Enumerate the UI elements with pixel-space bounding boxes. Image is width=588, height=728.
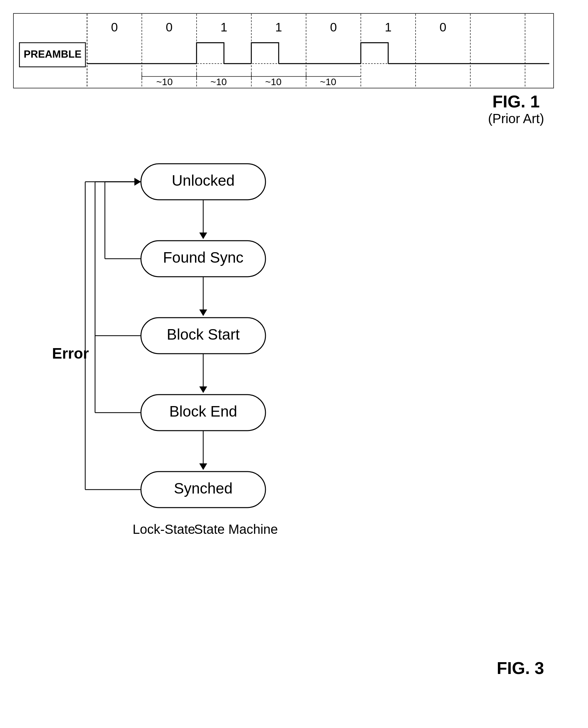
svg-text:0: 0 — [166, 20, 173, 34]
svg-text:0: 0 — [440, 20, 446, 34]
fig1-subtitle: (Prior Art) — [488, 111, 544, 126]
svg-text:Lock-State: Lock-State — [132, 522, 195, 536]
svg-text:Block End: Block End — [169, 403, 237, 420]
svg-text:~10: ~10 — [320, 76, 336, 87]
fig3-container: Unlocked Found Sync Block Start Block En… — [13, 157, 570, 714]
state-machine-diagram: Unlocked Found Sync Block Start Block En… — [13, 157, 554, 675]
fig3-title: FIG. 3 — [497, 658, 544, 678]
fig1-title: FIG. 1 — [488, 92, 544, 111]
svg-text:PREAMBLE: PREAMBLE — [24, 48, 81, 60]
svg-text:1: 1 — [385, 20, 392, 34]
svg-text:Error: Error — [52, 345, 89, 362]
svg-text:~10: ~10 — [156, 76, 173, 87]
svg-text:~10: ~10 — [210, 76, 227, 87]
svg-text:~10: ~10 — [265, 76, 281, 87]
svg-marker-46 — [199, 463, 207, 470]
svg-text:Synched: Synched — [174, 480, 232, 497]
svg-text:Block Start: Block Start — [167, 326, 240, 343]
timing-diagram: PREAMBLE 0 0 1 1 0 1 0 — [13, 13, 554, 88]
svg-text:Unlocked: Unlocked — [172, 172, 235, 189]
fig3-label: FIG. 3 — [497, 658, 544, 678]
svg-marker-42 — [199, 387, 207, 393]
svg-text:1: 1 — [275, 20, 282, 34]
svg-text:0: 0 — [111, 20, 118, 34]
svg-text:Found Sync: Found Sync — [163, 249, 243, 266]
fig1-label: FIG. 1 (Prior Art) — [488, 92, 544, 126]
svg-text:State Machine: State Machine — [194, 522, 278, 536]
svg-marker-34 — [199, 233, 207, 239]
fig1-container: PREAMBLE 0 0 1 1 0 1 0 — [13, 13, 570, 118]
svg-text:1: 1 — [220, 20, 228, 34]
svg-marker-38 — [199, 309, 207, 316]
svg-text:0: 0 — [330, 20, 337, 34]
